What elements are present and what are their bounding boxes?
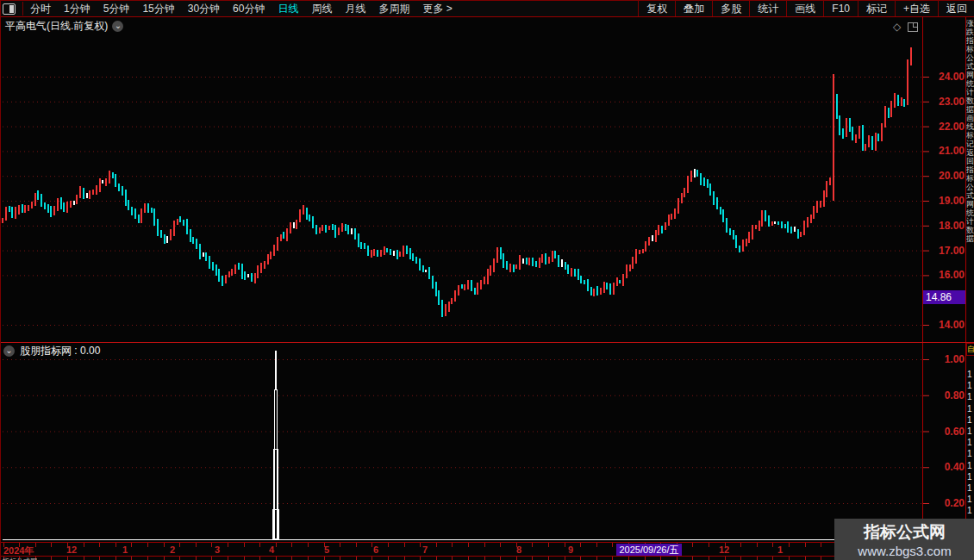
sub-axis-label: 1.00	[923, 353, 965, 365]
price-axis-border	[922, 17, 923, 560]
time-axis-top-border	[1, 542, 974, 543]
time-axis-label: 1	[777, 544, 783, 555]
trading-app-window: 分时1分钟5分钟15分钟30分钟60分钟日线周线月线多周期更多 > 复权叠加多股…	[0, 0, 974, 560]
indicator-header: ⌄ 股朋指标网 : 0.00	[3, 344, 100, 358]
time-axis-label: 9	[568, 544, 573, 555]
chevron-down-icon[interactable]: ⌄	[3, 345, 15, 357]
toolbar-button-标记[interactable]: 标记	[858, 1, 895, 16]
toolbar-button-统计[interactable]: 统计	[749, 1, 786, 16]
selected-date-badge: 2025/09/26/五	[616, 544, 682, 556]
site-watermark: 指标公式网 www.zbgs3.com	[834, 519, 974, 560]
chevron-down-icon[interactable]: ⌄	[112, 21, 123, 32]
time-axis-label: 7	[422, 544, 428, 555]
period-tabs: 分时1分钟5分钟15分钟30分钟60分钟日线周线月线多周期更多 >	[30, 2, 453, 16]
period-tab-60分钟[interactable]: 60分钟	[233, 2, 265, 16]
toolbar-bottom-border	[1, 16, 974, 17]
layout-toggle-icon[interactable]	[3, 3, 16, 15]
period-tab-30分钟[interactable]: 30分钟	[188, 2, 220, 16]
period-tab-日线[interactable]: 日线	[278, 2, 298, 16]
toolbar-right-buttons: 复权叠加多股统计画线F10标记+自选返回	[638, 1, 974, 16]
price-axis-label: 21.00	[923, 145, 965, 157]
diamond-icon[interactable]: ◇	[893, 21, 901, 33]
price-axis-label: 16.00	[923, 269, 965, 281]
toolbar-divider	[22, 2, 23, 16]
time-axis-label: 3	[215, 544, 220, 555]
toolbar-button-F10[interactable]: F10	[823, 1, 858, 16]
indicator-label: 股朋指标网 : 0.00	[20, 344, 100, 358]
time-axis-label: 1	[122, 544, 128, 555]
period-tab-月线[interactable]: 月线	[345, 2, 365, 16]
right-strip-clipped-text: 涨跌指标公式网统计数据画线标记返回指标公式网统计数据	[966, 19, 974, 243]
period-tab-1分钟[interactable]: 1分钟	[64, 2, 91, 16]
toolbar-button-复权[interactable]: 复权	[638, 1, 675, 16]
chart-canvas	[1, 1, 974, 560]
top-toolbar: 分时1分钟5分钟15分钟30分钟60分钟日线周线月线多周期更多 > 复权叠加多股…	[1, 1, 974, 16]
chart-title-row: 平高电气(日线.前复权) ⌄	[5, 19, 123, 34]
maximize-pane-icon[interactable]	[908, 22, 918, 32]
price-axis-label: 19.00	[923, 195, 965, 207]
right-strip-yellow-char: 自	[966, 343, 974, 356]
toolbar-button-画线[interactable]: 画线	[786, 1, 823, 16]
time-axis-label: 5	[324, 544, 329, 555]
time-axis-label: 4	[269, 544, 274, 555]
price-axis-label: 24.00	[923, 71, 965, 83]
time-axis-bottom-border	[1, 556, 974, 557]
toolbar-button-返回[interactable]: 返回	[938, 1, 974, 16]
period-tab-更多 >[interactable]: 更多 >	[422, 2, 452, 16]
time-axis-label: 12	[66, 544, 77, 555]
price-axis-label: 20.00	[923, 170, 965, 182]
price-axis-label: 17.00	[923, 245, 965, 257]
stock-title: 平高电气(日线.前复权)	[5, 19, 108, 34]
toolbar-button-叠加[interactable]: 叠加	[675, 1, 712, 16]
price-axis-label: 22.00	[923, 121, 965, 133]
right-info-strip: 涨跌指标公式网统计数据画线标记返回指标公式网统计数据 自 11111111111…	[966, 17, 974, 560]
period-tab-15分钟[interactable]: 15分钟	[142, 2, 174, 16]
time-axis-label: 2	[170, 544, 175, 555]
bottom-clipped-text: 指标公式网	[3, 557, 37, 560]
period-tab-分时[interactable]: 分时	[30, 2, 51, 16]
period-tab-多周期[interactable]: 多周期	[378, 2, 409, 16]
watermark-title: 指标公式网	[834, 521, 974, 544]
period-tab-周线[interactable]: 周线	[311, 2, 332, 16]
current-price-badge: 14.86	[923, 290, 965, 304]
sub-axis-label: 0.80	[923, 389, 965, 401]
sub-axis-label: 0.20	[923, 497, 965, 509]
sub-axis-label: 0.40	[923, 461, 965, 473]
toolbar-button-+自选[interactable]: +自选	[895, 1, 938, 16]
price-axis-label: 23.00	[923, 96, 965, 108]
period-tab-5分钟[interactable]: 5分钟	[103, 2, 130, 16]
price-axis-label: 18.00	[923, 220, 965, 232]
pane-separator	[1, 342, 974, 343]
watermark-url: www.zbgs3.com	[834, 544, 974, 558]
price-axis-label: 14.00	[923, 319, 965, 331]
sub-axis-label: 0.60	[923, 426, 965, 438]
time-axis-label: 12	[719, 544, 729, 555]
time-axis-label: 6	[373, 544, 378, 555]
time-axis-label: 8	[516, 544, 521, 555]
toolbar-button-多股[interactable]: 多股	[712, 1, 749, 16]
